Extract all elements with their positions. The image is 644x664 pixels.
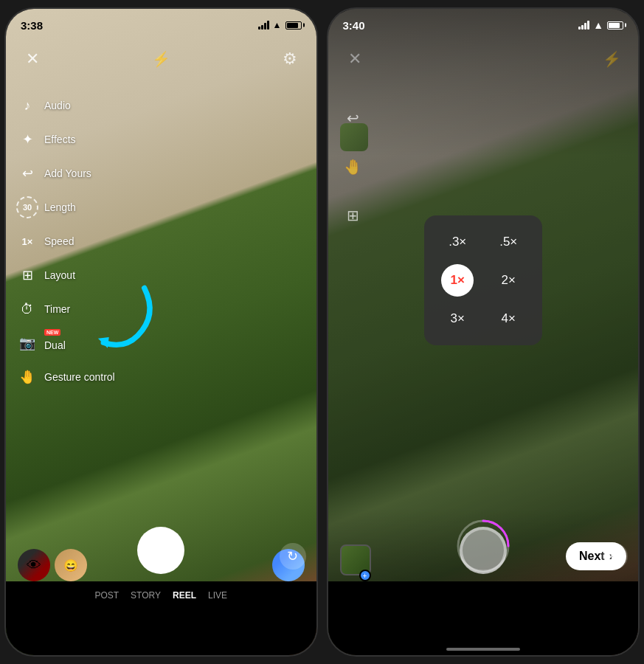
new-badge: NEW: [44, 329, 60, 336]
flash-off-icon-left[interactable]: ⚡: [148, 46, 174, 72]
menu-label-gesture: Gesture control: [44, 371, 115, 383]
arrow-annotation: [80, 274, 168, 366]
status-bar-right: 3:40 ▲: [328, 9, 639, 41]
flip-icon-left: ↻: [280, 543, 306, 570]
status-icons-right: ▲: [578, 19, 623, 31]
tab-live[interactable]: LIVE: [208, 590, 227, 601]
home-indicator-left: [124, 648, 198, 651]
audio-icon: ♪: [16, 94, 38, 117]
camera-flip-right-icon[interactable]: ↩: [340, 105, 367, 131]
flip-icon-right: ↻: [601, 543, 628, 570]
menu-label-effects: Effects: [44, 134, 76, 145]
wifi-icon-right: ▲: [593, 19, 603, 31]
avatar-face[interactable]: 😄: [55, 549, 87, 581]
menu-label-audio: Audio: [44, 100, 71, 111]
shutter-button-left[interactable]: [137, 527, 184, 574]
avatar-strip: 👁 😄: [18, 549, 87, 581]
close-button-left[interactable]: ✕: [19, 46, 46, 72]
tab-reel[interactable]: REEL: [173, 590, 196, 601]
tab-post[interactable]: POST: [94, 590, 119, 601]
gesture-icon: 🤚: [16, 366, 38, 388]
signal-icon-left: [258, 21, 269, 30]
timer-icon: ⏱: [16, 298, 38, 320]
menu-label-length: Length: [44, 201, 76, 213]
flip-camera-button-right[interactable]: ↻: [601, 543, 628, 570]
settings-icon-left[interactable]: ⚙: [277, 46, 303, 72]
avatar-eye[interactable]: 👁: [18, 549, 50, 581]
top-controls-left: ✕ ⚡ ⚙: [6, 46, 316, 72]
speed-option-0.5x[interactable]: .5×: [490, 227, 527, 257]
menu-item-length[interactable]: 30 Length: [13, 192, 118, 223]
speed-option-2x[interactable]: 2×: [490, 266, 527, 295]
speed-grid: .3× .5× 1× 2× 3× 4×: [436, 227, 530, 333]
dual-icon: 📷: [16, 332, 38, 354]
menu-label-speed: Speed: [44, 235, 74, 247]
speed-option-0.3x[interactable]: .3×: [439, 227, 476, 257]
speed-option-1x[interactable]: 1×: [441, 264, 474, 297]
menu-item-add-yours[interactable]: ↩ Add Yours: [13, 158, 118, 189]
right-phone-screen: 3:40 ▲ ✕ ⚡: [328, 9, 639, 655]
speed-icon: 1×: [16, 230, 38, 252]
signal-icon-right: [578, 21, 589, 30]
speed-option-4x[interactable]: 4×: [490, 304, 527, 333]
bottom-bar-right: [328, 581, 639, 655]
status-time-right: 3:40: [343, 19, 365, 32]
menu-label-layout: Layout: [44, 269, 75, 281]
status-bar-left: 3:38 ▲: [6, 9, 316, 41]
right-side-icons: ↩ 🤚 ⊞: [340, 105, 367, 229]
layout-icon: ⊞: [16, 264, 38, 286]
menu-item-effects[interactable]: ✦ Effects: [13, 124, 118, 155]
effects-icon: ✦: [16, 128, 38, 151]
wifi-icon-left: ▲: [273, 20, 282, 30]
phones-container: 3:38 ▲ ✕ ⚡ ⚙: [0, 0, 644, 664]
menu-label-timer: Timer: [44, 303, 70, 315]
menu-item-speed[interactable]: 1× Speed: [13, 226, 118, 257]
menu-item-gesture[interactable]: 🤚 Gesture control: [13, 362, 118, 392]
cyan-arrow-svg: [80, 274, 168, 363]
left-phone-screen: 3:38 ▲ ✕ ⚡ ⚙: [6, 9, 316, 655]
length-icon: 30: [16, 196, 38, 218]
battery-icon-right: [607, 21, 623, 30]
home-indicator-right: [446, 648, 520, 651]
bottom-bar-left: POST STORY REEL LIVE: [6, 581, 316, 655]
left-phone: 3:38 ▲ ✕ ⚡ ⚙: [4, 7, 318, 657]
layout-right-icon[interactable]: ⊞: [340, 202, 367, 229]
progress-arc: [454, 516, 513, 578]
add-yours-icon: ↩: [16, 162, 38, 184]
add-badge[interactable]: +: [359, 570, 371, 581]
status-icons-left: ▲: [258, 20, 302, 30]
menu-item-audio[interactable]: ♪ Audio: [13, 90, 118, 121]
gesture-right-icon[interactable]: 🤚: [340, 153, 367, 180]
speed-option-3x[interactable]: 3×: [439, 304, 476, 333]
svg-marker-0: [98, 337, 109, 348]
right-phone: 3:40 ▲ ✕ ⚡: [327, 7, 640, 657]
menu-label-dual: Dual: [44, 339, 66, 351]
status-time-left: 3:38: [21, 19, 43, 32]
story-tabs: POST STORY REEL LIVE: [6, 581, 316, 601]
battery-icon-left: [285, 21, 302, 30]
speed-popup: .3× .5× 1× 2× 3× 4×: [424, 215, 542, 345]
tab-story[interactable]: STORY: [131, 590, 161, 601]
flip-camera-button-left[interactable]: ↻: [280, 543, 306, 570]
menu-label-add-yours: Add Yours: [44, 167, 91, 179]
